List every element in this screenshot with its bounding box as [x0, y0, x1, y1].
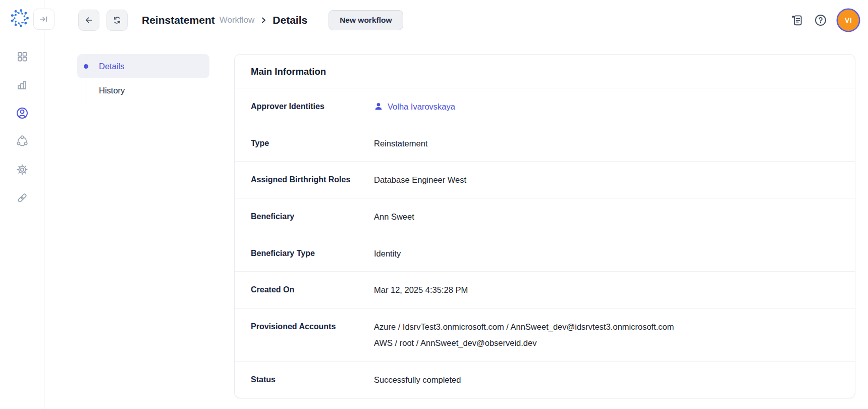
subnav-rail	[86, 56, 86, 106]
top-header: Reinstatement Workflow Details New workf…	[44, 0, 868, 40]
row-label: Created On	[251, 285, 374, 294]
provisioned-account-azure: Azure / IdsrvTest3.onmicrosoft.com / Ann…	[374, 322, 674, 332]
dashboard-icon	[16, 50, 28, 63]
help-icon	[814, 14, 827, 27]
row-created-on: Created On Mar 12, 2025 4:35:28 PM	[235, 271, 855, 308]
subnav-item-history[interactable]: History	[77, 78, 209, 103]
refresh-icon	[112, 15, 122, 25]
refresh-button[interactable]	[106, 10, 128, 31]
new-workflow-button[interactable]: New workflow	[329, 10, 403, 30]
logo-swirl-icon	[9, 7, 31, 29]
app-logo	[9, 7, 31, 29]
sidebar-nav	[0, 45, 44, 209]
sidebar	[0, 0, 44, 409]
collapse-sidebar-icon	[38, 14, 49, 25]
row-assigned-birthright-roles: Assigned Birthright Roles Database Engin…	[235, 161, 855, 198]
app-window: Reinstatement Workflow Details New workf…	[0, 0, 868, 409]
nodes-ring-icon	[16, 135, 28, 147]
details-subnav: Details History	[77, 54, 209, 103]
row-label: Assigned Birthright Roles	[251, 175, 374, 184]
user-avatar[interactable]: VI	[838, 10, 859, 31]
sidebar-item-dashboard[interactable]	[11, 45, 33, 68]
approver-identity-name: Volha Ivarovskaya	[388, 101, 455, 112]
breadcrumb-title: Reinstatement	[142, 14, 215, 26]
row-label: Provisioned Accounts	[251, 322, 374, 331]
release-notes-icon	[790, 14, 803, 27]
main-information-card: Main Information Approver Identities Vol…	[234, 54, 855, 398]
approver-identity-link[interactable]: Volha Ivarovskaya	[374, 101, 455, 112]
sidebar-item-links[interactable]	[11, 187, 33, 209]
sidebar-item-identities[interactable]	[11, 102, 33, 124]
header-left: Reinstatement Workflow Details New workf…	[78, 0, 403, 40]
help-button[interactable]	[814, 14, 827, 27]
back-icon	[83, 15, 94, 26]
row-value: Mar 12, 2025 4:35:28 PM	[374, 285, 468, 295]
bar-chart-icon	[16, 79, 28, 91]
back-button[interactable]	[78, 10, 99, 31]
breadcrumb-context: Workflow	[220, 15, 255, 25]
collapse-sidebar-button[interactable]	[33, 9, 55, 30]
status-value: Successfully completed	[374, 375, 461, 385]
row-status: Status Successfully completed	[235, 361, 855, 398]
row-label: Beneficiary Type	[251, 248, 374, 258]
subnav-item-details[interactable]: Details	[77, 54, 209, 78]
row-value: Identity	[374, 248, 401, 259]
release-notes-button[interactable]	[790, 14, 803, 27]
provisioned-account-aws: AWS / root / AnnSweet_dev@observeid.dev	[374, 338, 674, 348]
row-label: Beneficiary	[251, 212, 374, 221]
header-right: VI	[790, 0, 859, 40]
sidebar-item-analytics[interactable]	[11, 74, 33, 96]
gear-icon	[16, 164, 28, 176]
row-value: Reinstatement	[374, 138, 427, 149]
breadcrumb: Reinstatement Workflow Details	[142, 14, 307, 26]
user-icon	[374, 102, 383, 111]
sidebar-item-integrations[interactable]	[11, 130, 33, 152]
row-value: Database Engineer West	[374, 175, 466, 185]
row-approver-identities: Approver Identities Volha Ivarovskaya	[235, 88, 855, 125]
row-type: Type Reinstatement	[235, 125, 855, 162]
row-value: Ann Sweet	[374, 212, 414, 222]
subnav-item-label: Details	[99, 62, 124, 71]
card-title: Main Information	[235, 55, 855, 88]
link-icon	[16, 192, 28, 204]
chevron-right-icon	[259, 16, 267, 24]
row-label: Type	[251, 138, 374, 148]
row-provisioned-accounts: Provisioned Accounts Azure / IdsrvTest3.…	[235, 308, 855, 361]
row-beneficiary-type: Beneficiary Type Identity	[235, 235, 855, 272]
row-label: Status	[251, 375, 374, 384]
breadcrumb-current: Details	[273, 14, 307, 26]
row-label: Approver Identities	[251, 101, 374, 111]
sidebar-item-settings[interactable]	[11, 159, 33, 181]
user-circle-icon	[16, 107, 29, 120]
row-beneficiary: Beneficiary Ann Sweet	[235, 198, 855, 235]
subnav-item-label: History	[99, 86, 125, 95]
